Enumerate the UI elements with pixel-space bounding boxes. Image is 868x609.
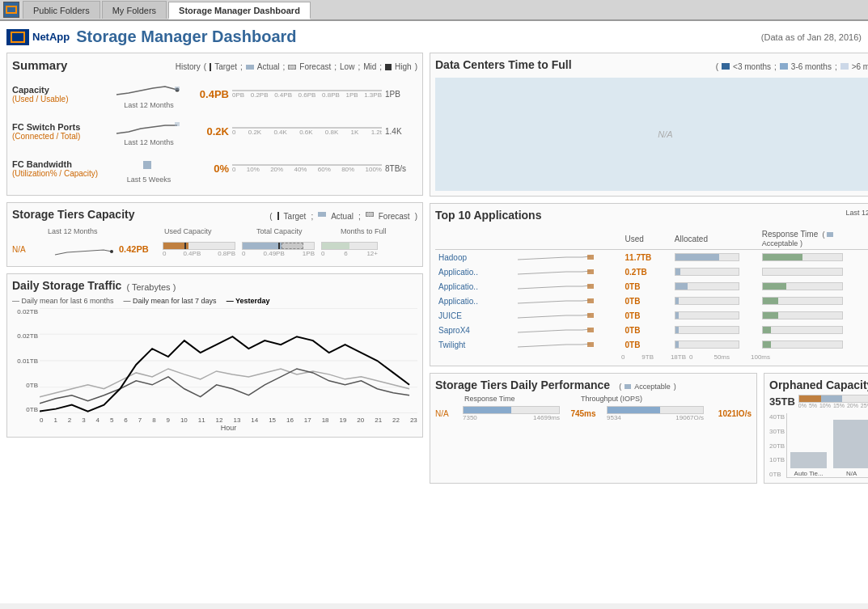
app-history-5 xyxy=(514,323,621,337)
fcbw-sparkline xyxy=(112,153,185,176)
svg-point-4 xyxy=(110,250,113,253)
tiers-title: Storage Tiers Capacity xyxy=(12,208,134,221)
traffic-chart-container: 0.02TB 0.02TB 0.01TB 0TB 0TB xyxy=(12,308,417,432)
fcswitch-scale: 0 0.2K 0.4K 0.6K 0.8K 1K 1.2t xyxy=(232,129,382,136)
fcswitch-sparkline-wrap: Last 12 Months xyxy=(112,116,185,146)
capacity-value: 0.4PB xyxy=(188,88,229,100)
capacity-sparkline-wrap: Last 12 Months xyxy=(112,78,185,109)
app-history-6 xyxy=(514,337,621,352)
perf-header: Storage Tiers Daily Performance ( Accept… xyxy=(435,379,752,391)
app-rt-6 xyxy=(759,337,866,352)
main-content: NetApp Storage Manager Dashboard (Data a… xyxy=(0,21,868,603)
fcswitch-name: FC Switch Ports xyxy=(12,122,109,132)
dc-chart-inner: N/A xyxy=(435,78,868,191)
traffic-y-2: 0.01TB xyxy=(12,357,38,365)
app-row-6: Twilight 0TB 1ms xyxy=(435,337,868,352)
app-name-3[interactable]: Applicatio.. xyxy=(435,294,514,308)
app-history-4 xyxy=(514,308,621,323)
app-name-2[interactable]: Applicatio.. xyxy=(435,279,514,294)
capacity-name: Capacity xyxy=(12,85,109,95)
dc-section: Data Centers Time to Full ( <3 months ; … xyxy=(430,53,868,197)
perf-iops-scale-0: 9534 xyxy=(607,414,621,421)
app-name-6[interactable]: Twilight xyxy=(435,337,514,352)
traffic-unit: ( Terabytes ) xyxy=(126,282,176,292)
tier-label-na: N/A xyxy=(12,245,48,254)
app-used-3: 0TB xyxy=(622,294,671,308)
traffic-x-label: Hour xyxy=(40,424,417,432)
perf-na-label: N/A xyxy=(435,409,459,418)
orphan-y-1: 30TB xyxy=(769,428,785,435)
traffic-legend-1: Daily mean for last 6 months xyxy=(22,297,114,305)
apps-alloc-scale: 09TB18TB 050ms100ms xyxy=(621,353,868,361)
header-left: NetApp Storage Manager Dashboard xyxy=(6,27,297,46)
app-used-4: 0TB xyxy=(622,308,671,323)
capacity-bar xyxy=(232,90,382,91)
app-row-0: Hadoop 11.7TB 1ms xyxy=(435,250,868,265)
apps-col-rt-label: Response Time ( Acceptable ) xyxy=(759,228,866,250)
apps-col-history xyxy=(514,228,621,250)
summary-legend: History ( Target ; Actual ; Forecast ; L… xyxy=(176,62,417,71)
tab-public-folders[interactable]: Public Folders xyxy=(23,1,100,19)
traffic-legend-2: Daily mean for last 7 days xyxy=(133,297,217,305)
app-name-1[interactable]: Applicatio.. xyxy=(435,264,514,279)
netapp-box xyxy=(6,29,29,45)
tiers-legend: ( Target ; Actual ; Forecast ) xyxy=(269,212,417,221)
legend-actual: Actual xyxy=(257,62,280,71)
app-alloc-1 xyxy=(671,264,759,279)
apps-rt-legend: Acceptable xyxy=(762,239,798,247)
perf-rt-wrap: 7350 14699ms xyxy=(463,406,560,421)
tier-months-wrap: 0612+ xyxy=(321,242,378,257)
orphan-total-row: 35TB 0%5%10%15%20%25% 3.4% xyxy=(769,395,868,408)
capacity-row: Capacity (Used / Usable) Last 12 Months … xyxy=(12,78,417,109)
perf-iops-bar-fill xyxy=(608,407,660,413)
capacity-sub: (Used / Usable) xyxy=(12,95,109,104)
app-rt-3 xyxy=(759,294,866,308)
orphan-y-4: 0TB xyxy=(769,471,785,478)
app-rt-5 xyxy=(759,323,866,337)
apps-col-name xyxy=(435,228,514,250)
traffic-x-axis: 01234567891011121314151617181920212223 xyxy=(40,417,417,424)
apps-col-alloc-label: Allocated xyxy=(671,228,759,250)
orphan-bar-1 xyxy=(833,420,868,468)
tiers-legend-actual: Actual xyxy=(331,212,354,221)
perf-rt-scale-0: 7350 xyxy=(463,414,477,421)
app-name-5[interactable]: SaproX4 xyxy=(435,323,514,337)
app-name-4[interactable]: JUICE xyxy=(435,308,514,323)
tab-my-folders[interactable]: My Folders xyxy=(102,1,167,19)
apps-title: Top 10 Applications xyxy=(435,209,541,222)
perf-col-iops: Throughput (IOPS) xyxy=(581,395,678,403)
traffic-header: Daily Storage Traffic ( Terabytes ) xyxy=(12,279,417,295)
app-row-1: Applicatio.. 0.2TB 0ms xyxy=(435,264,868,279)
apps-period: Last 12 Months xyxy=(845,209,868,225)
app-alloc-4 xyxy=(671,308,759,323)
app-alloc-6 xyxy=(671,337,759,352)
svg-rect-1 xyxy=(175,87,180,91)
orphan-bar-area: 0%5%10%15%20%25% xyxy=(798,395,868,408)
fcswitch-sparkline xyxy=(112,116,185,138)
traffic-title: Daily Storage Traffic xyxy=(12,279,121,292)
tier-used-bar-wrap: 00.4PB0.8PB xyxy=(163,242,235,257)
orphan-title: Orphaned Capacity xyxy=(769,379,868,391)
app-alloc-3 xyxy=(671,294,759,308)
app-name-0[interactable]: Hadoop xyxy=(435,250,514,265)
app-rt-1 xyxy=(759,264,866,279)
orphan-total: 35TB xyxy=(769,395,795,408)
tab-storage-manager[interactable]: Storage Manager Dashboard xyxy=(168,2,311,19)
netapp-text: NetApp xyxy=(32,31,70,43)
tier-total-bar xyxy=(242,242,315,250)
dc-title: Data Centers Time to Full xyxy=(435,58,572,71)
tier-months-scale: 0612+ xyxy=(321,250,378,257)
capacity-period: Last 12 Months xyxy=(124,101,174,109)
perf-section: Storage Tiers Daily Performance ( Accept… xyxy=(430,373,757,484)
legend-low: Low xyxy=(340,62,354,71)
page-header: NetApp Storage Manager Dashboard (Data a… xyxy=(6,27,862,46)
traffic-svg xyxy=(40,308,417,413)
fcswitch-label: FC Switch Ports (Connected / Total) xyxy=(12,122,109,141)
legend-history: History xyxy=(176,62,201,71)
tiers-legend-target: Target xyxy=(284,212,307,221)
apps-table: Used Allocated Response Time ( Acceptabl… xyxy=(435,228,868,352)
perf-iops-bar-bg xyxy=(607,406,704,414)
app-row-2: Applicatio.. 0TB 3ms xyxy=(435,279,868,294)
svg-rect-12 xyxy=(587,284,594,289)
app-history-2 xyxy=(514,279,621,294)
